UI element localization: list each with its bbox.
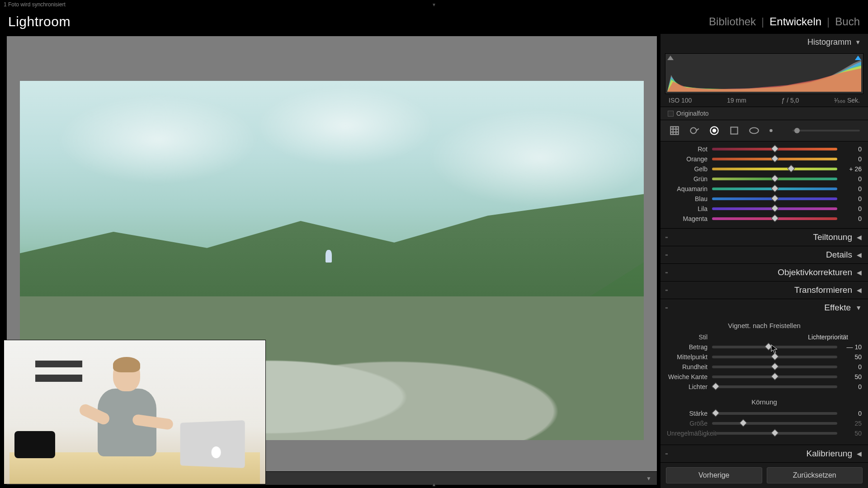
slider-knob[interactable] [771, 155, 778, 163]
slider-value[interactable]: 0 [837, 155, 862, 163]
slider-knob[interactable] [771, 429, 778, 437]
slider-value[interactable]: 0 [837, 175, 862, 183]
slider-track[interactable] [712, 168, 837, 170]
slider-value[interactable]: 0 [837, 205, 862, 212]
bottom-caret-icon[interactable]: ▲ [432, 482, 437, 487]
section-label: Kalibrierung [807, 449, 852, 459]
slider-value[interactable]: 0 [837, 215, 862, 222]
slider-value[interactable]: 50 [837, 430, 862, 437]
slider-track[interactable] [712, 217, 837, 220]
chevron-left-icon: ◀ [857, 251, 862, 258]
slider-knob[interactable] [771, 373, 778, 380]
section-effects[interactable]: ▪▪Effekte▼ [660, 299, 868, 316]
slider-knob[interactable] [771, 215, 778, 222]
panel-switch-icon[interactable]: ▪▪ [665, 234, 667, 240]
slider-knob[interactable] [771, 185, 778, 192]
slider-track[interactable] [712, 148, 837, 150]
slider-row: Weiche Kante50 [667, 372, 862, 382]
top-caret-icon[interactable]: ▼ [432, 2, 436, 7]
slider-value[interactable]: 0 [837, 383, 862, 390]
section-lens[interactable]: ▪▪Objektivkorrekturen◀ [660, 264, 868, 281]
slider-knob[interactable] [771, 363, 778, 371]
slider-track[interactable] [712, 412, 837, 415]
slider-value[interactable]: — 10 [837, 343, 862, 351]
slider-knob[interactable] [764, 343, 772, 351]
slider-row: Größe25 [667, 418, 862, 428]
slider-track[interactable] [712, 356, 837, 358]
crop-tool-icon[interactable] [669, 125, 680, 136]
nav-develop[interactable]: Entwickeln [769, 15, 821, 28]
chevron-down-icon[interactable]: ▼ [855, 39, 861, 46]
slider-track[interactable] [712, 346, 837, 348]
slider-value[interactable]: 25 [837, 420, 862, 427]
section-detail[interactable]: ▪▪Details◀ [660, 246, 868, 263]
svg-point-10 [769, 129, 773, 132]
spot-tool-icon[interactable] [689, 125, 700, 136]
slider-value[interactable]: 0 [837, 145, 862, 153]
panel-switch-icon[interactable]: ▪▪ [665, 287, 667, 293]
slider-track[interactable] [712, 375, 837, 378]
slider-track[interactable] [712, 366, 837, 368]
panel-switch-icon[interactable]: ▪▪ [665, 269, 667, 276]
slider-value[interactable]: 0 [837, 185, 862, 192]
slider-track[interactable] [712, 385, 837, 388]
slider-label: Rundheit [667, 363, 712, 371]
nav-book[interactable]: Buch [835, 15, 860, 28]
slider-track[interactable] [712, 158, 837, 160]
radial-tool-icon[interactable] [748, 125, 760, 136]
style-dropdown[interactable]: Lichterpriorität [712, 333, 862, 341]
chevron-left-icon: ◀ [857, 450, 862, 457]
section-label: Objektivkorrekturen [778, 267, 852, 277]
slider-row: Stärke0 [667, 408, 862, 418]
slider-value[interactable]: 0 [837, 363, 862, 371]
previous-button[interactable]: Vorherige [666, 467, 762, 483]
histogram-header[interactable]: Histogramm ▼ [660, 34, 868, 51]
slider-knob[interactable] [771, 353, 778, 361]
section-split-toning[interactable]: ▪▪Teiltonung◀ [660, 229, 868, 246]
slider-knob[interactable] [787, 165, 795, 173]
slider-track[interactable] [712, 188, 837, 190]
slider-knob[interactable] [712, 409, 720, 417]
slider-row: Orange0 [667, 154, 862, 164]
brush-tool-icon[interactable] [768, 125, 780, 136]
slider-knob[interactable] [771, 175, 778, 183]
original-checkbox[interactable] [668, 111, 674, 117]
gradient-tool-icon[interactable] [728, 125, 740, 136]
slider-row: Rot0 [667, 144, 862, 154]
slider-track[interactable] [712, 197, 837, 200]
slider-value[interactable]: + 26 [837, 165, 862, 173]
svg-point-5 [690, 128, 696, 134]
chevron-left-icon: ◀ [857, 234, 862, 241]
brush-size-slider[interactable] [793, 130, 860, 131]
slider-track[interactable] [712, 207, 837, 210]
slider-knob[interactable] [771, 195, 778, 202]
section-transform[interactable]: ▪▪Transformieren◀ [660, 282, 868, 299]
slider-value[interactable]: 50 [837, 353, 862, 361]
slider-track[interactable] [712, 432, 837, 435]
slider-knob[interactable] [771, 145, 778, 153]
section-calibration[interactable]: ▪▪Kalibrierung◀ [660, 445, 868, 462]
slider-label: Orange [667, 155, 712, 163]
svg-rect-8 [731, 127, 737, 134]
slider-value[interactable]: 50 [837, 373, 862, 380]
histogram-chart[interactable] [665, 53, 863, 94]
panel-switch-icon[interactable]: ▪▪ [665, 252, 667, 258]
panel-switch-icon[interactable]: ▪▪ [665, 450, 667, 457]
nav-library[interactable]: Bibliothek [709, 15, 756, 28]
slider-row: Rundheit0 [667, 362, 862, 372]
panel-switch-icon[interactable]: ▪▪ [665, 305, 667, 311]
slider-track[interactable] [712, 178, 837, 180]
slider-knob[interactable] [712, 383, 720, 390]
slider-label: Grün [667, 175, 712, 183]
slider-track[interactable] [712, 422, 837, 425]
reset-button[interactable]: Zurücksetzen [767, 467, 863, 483]
slider-value[interactable]: 0 [837, 410, 862, 417]
slider-value[interactable]: 0 [837, 195, 862, 202]
slider-knob[interactable] [740, 419, 747, 427]
redeye-tool-icon[interactable] [708, 125, 720, 136]
slider-row: Aquamarin0 [667, 184, 862, 194]
slider-label: Unregelmäßigkeit [667, 430, 712, 437]
slider-knob[interactable] [771, 205, 778, 212]
nav-sep: | [761, 15, 764, 28]
filmstrip-toggle-icon[interactable]: ▼ [646, 475, 651, 482]
